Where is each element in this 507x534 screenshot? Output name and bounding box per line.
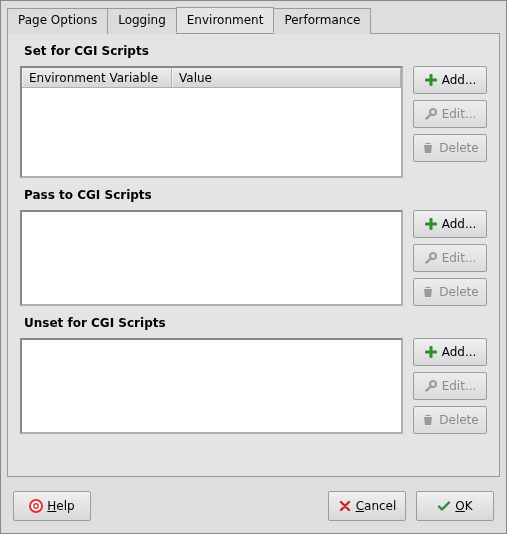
- set-button-column: Add... Edit... Delete: [413, 66, 487, 162]
- set-add-button[interactable]: Add...: [413, 66, 487, 94]
- button-label: Help: [47, 499, 74, 513]
- trash-icon: [421, 285, 435, 299]
- section-set: Set for CGI Scripts Environment Variable…: [20, 44, 487, 178]
- unset-edit-button[interactable]: Edit...: [413, 372, 487, 400]
- set-edit-button[interactable]: Edit...: [413, 100, 487, 128]
- button-label: Add...: [442, 73, 477, 87]
- button-label: Edit...: [442, 107, 477, 121]
- dialog-footer: Help Cancel OK: [1, 483, 506, 533]
- tab-performance[interactable]: Performance: [273, 8, 371, 34]
- section-unset: Unset for CGI Scripts Add... Edit...: [20, 316, 487, 434]
- pass-add-button[interactable]: Add...: [413, 210, 487, 238]
- footer-spacer: [101, 491, 318, 521]
- col-header-value[interactable]: Value: [172, 68, 401, 87]
- check-icon: [437, 499, 451, 513]
- tabpage-environment: Set for CGI Scripts Environment Variable…: [7, 33, 500, 477]
- wrench-icon: [424, 107, 438, 121]
- svg-point-7: [34, 504, 38, 508]
- pass-listbox[interactable]: [20, 210, 403, 306]
- button-label: Add...: [442, 217, 477, 231]
- button-label: Cancel: [356, 499, 397, 513]
- tab-environment[interactable]: Environment: [176, 7, 275, 33]
- plus-icon: [424, 217, 438, 231]
- help-button[interactable]: Help: [13, 491, 91, 521]
- unset-delete-button[interactable]: Delete: [413, 406, 487, 434]
- tab-logging[interactable]: Logging: [107, 8, 177, 34]
- section-title-unset: Unset for CGI Scripts: [24, 316, 487, 330]
- lifebuoy-icon: [29, 499, 43, 513]
- col-header-envvar[interactable]: Environment Variable: [22, 68, 172, 87]
- button-label: Delete: [439, 413, 478, 427]
- section-title-pass: Pass to CGI Scripts: [24, 188, 487, 202]
- section-title-set: Set for CGI Scripts: [24, 44, 487, 58]
- tab-label: Performance: [284, 13, 360, 27]
- button-label: Edit...: [442, 379, 477, 393]
- button-label: Add...: [442, 345, 477, 359]
- plus-icon: [424, 73, 438, 87]
- trash-icon: [421, 141, 435, 155]
- pass-button-column: Add... Edit... Delete: [413, 210, 487, 306]
- section-pass: Pass to CGI Scripts Add... Edit...: [20, 188, 487, 306]
- section-body-set: Environment Variable Value Add...: [20, 66, 487, 178]
- tab-label: Environment: [187, 13, 264, 27]
- pass-delete-button[interactable]: Delete: [413, 278, 487, 306]
- section-body-unset: Add... Edit... Delete: [20, 338, 487, 434]
- wrench-icon: [424, 251, 438, 265]
- cancel-button[interactable]: Cancel: [328, 491, 406, 521]
- wrench-icon: [424, 379, 438, 393]
- unset-add-button[interactable]: Add...: [413, 338, 487, 366]
- section-body-pass: Add... Edit... Delete: [20, 210, 487, 306]
- tab-bar: Page Options Logging Environment Perform…: [7, 7, 500, 33]
- button-label: OK: [455, 499, 472, 513]
- button-label: Delete: [439, 141, 478, 155]
- set-delete-button[interactable]: Delete: [413, 134, 487, 162]
- cross-icon: [338, 499, 352, 513]
- unset-button-column: Add... Edit... Delete: [413, 338, 487, 434]
- plus-icon: [424, 345, 438, 359]
- trash-icon: [421, 413, 435, 427]
- dialog-window: Page Options Logging Environment Perform…: [0, 0, 507, 534]
- svg-rect-5: [425, 351, 437, 354]
- button-label: Edit...: [442, 251, 477, 265]
- set-table[interactable]: Environment Variable Value: [20, 66, 403, 178]
- tab-page-options[interactable]: Page Options: [7, 8, 108, 34]
- tab-label: Logging: [118, 13, 166, 27]
- tab-label: Page Options: [18, 13, 97, 27]
- ok-button[interactable]: OK: [416, 491, 494, 521]
- button-label: Delete: [439, 285, 478, 299]
- pass-edit-button[interactable]: Edit...: [413, 244, 487, 272]
- svg-rect-1: [425, 79, 437, 82]
- set-table-header: Environment Variable Value: [22, 68, 401, 88]
- unset-listbox[interactable]: [20, 338, 403, 434]
- svg-rect-3: [425, 223, 437, 226]
